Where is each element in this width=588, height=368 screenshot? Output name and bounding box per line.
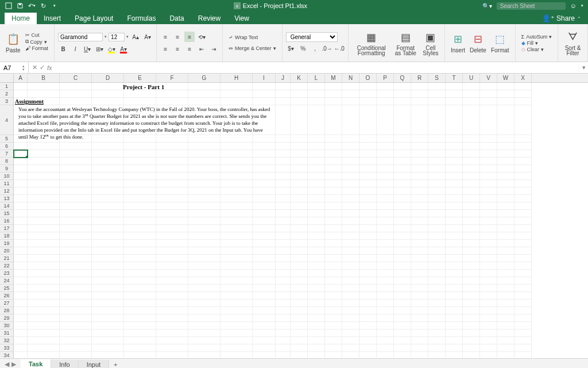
- row-header[interactable]: 10: [0, 172, 14, 180]
- cell[interactable]: [463, 158, 480, 165]
- cell[interactable]: [428, 232, 446, 240]
- cell[interactable]: [253, 352, 276, 358]
- cell[interactable]: [325, 315, 342, 322]
- cell[interactable]: [156, 240, 188, 247]
- comma-icon[interactable]: ,: [310, 44, 320, 54]
- cell[interactable]: [92, 329, 124, 337]
- tab-insert[interactable]: Insert: [37, 13, 68, 24]
- cell[interactable]: [446, 315, 463, 322]
- cell[interactable]: [325, 225, 342, 232]
- wrap-text-button[interactable]: ⤶Wrap Text: [229, 34, 276, 40]
- cell[interactable]: [377, 105, 394, 135]
- cell[interactable]: [325, 158, 342, 165]
- cell[interactable]: [514, 195, 532, 202]
- cell[interactable]: [411, 143, 428, 150]
- cell[interactable]: [14, 247, 28, 255]
- cell[interactable]: [156, 329, 188, 337]
- cell[interactable]: [28, 150, 60, 158]
- cell[interactable]: [60, 83, 92, 90]
- expand-formula-bar-icon[interactable]: ▾: [579, 64, 588, 71]
- cell[interactable]: [291, 135, 308, 143]
- conditional-formatting-button[interactable]: ▦Conditional Formatting: [352, 25, 391, 60]
- align-top-icon[interactable]: ≡: [160, 32, 171, 42]
- cell[interactable]: [291, 143, 308, 150]
- cell[interactable]: [411, 344, 428, 352]
- cell[interactable]: [514, 337, 532, 344]
- cell[interactable]: [394, 150, 411, 158]
- cell[interactable]: [446, 105, 463, 135]
- cell[interactable]: [308, 232, 325, 240]
- cell[interactable]: [308, 344, 325, 352]
- cell[interactable]: [188, 255, 220, 262]
- cell[interactable]: [253, 195, 276, 202]
- cell[interactable]: [497, 217, 514, 225]
- cell[interactable]: [394, 270, 411, 277]
- cell[interactable]: [394, 277, 411, 285]
- cell[interactable]: [156, 195, 188, 202]
- tab-review[interactable]: Review: [191, 13, 227, 24]
- cell[interactable]: [308, 322, 325, 329]
- cell[interactable]: [156, 180, 188, 187]
- cell[interactable]: [156, 217, 188, 225]
- cell[interactable]: [342, 262, 359, 270]
- cell[interactable]: [156, 322, 188, 329]
- cell[interactable]: [359, 172, 377, 180]
- cell[interactable]: [394, 352, 411, 358]
- cell[interactable]: [308, 352, 325, 358]
- undo-icon[interactable]: ↶▾: [28, 2, 36, 10]
- cell[interactable]: [325, 322, 342, 329]
- row-header[interactable]: 7: [0, 150, 14, 158]
- cell[interactable]: [60, 187, 92, 195]
- cell[interactable]: [188, 329, 220, 337]
- cell[interactable]: [377, 172, 394, 180]
- cell[interactable]: [514, 210, 532, 217]
- cell[interactable]: [156, 262, 188, 270]
- cell[interactable]: [14, 270, 28, 277]
- cell[interactable]: [188, 285, 220, 292]
- cell[interactable]: [308, 217, 325, 225]
- cell[interactable]: [325, 210, 342, 217]
- cell[interactable]: [28, 143, 60, 150]
- cell[interactable]: [156, 292, 188, 300]
- cell[interactable]: [497, 247, 514, 255]
- redo-icon[interactable]: ↻: [39, 2, 47, 10]
- cell[interactable]: [253, 337, 276, 344]
- cell[interactable]: [92, 180, 124, 187]
- cell[interactable]: [514, 247, 532, 255]
- cell[interactable]: [514, 277, 532, 285]
- cell[interactable]: [377, 158, 394, 165]
- cell[interactable]: [342, 232, 359, 240]
- cell[interactable]: [291, 165, 308, 172]
- cell[interactable]: [446, 232, 463, 240]
- cell[interactable]: [446, 307, 463, 315]
- cell[interactable]: [480, 232, 497, 240]
- cell[interactable]: [220, 143, 253, 150]
- cell[interactable]: [480, 277, 497, 285]
- cell[interactable]: [394, 165, 411, 172]
- cell[interactable]: [394, 143, 411, 150]
- cell[interactable]: [446, 292, 463, 300]
- cell[interactable]: [514, 135, 532, 143]
- cell[interactable]: [342, 240, 359, 247]
- cell[interactable]: [428, 270, 446, 277]
- cell[interactable]: [253, 83, 276, 90]
- cell[interactable]: [480, 247, 497, 255]
- cell[interactable]: [291, 202, 308, 210]
- cell[interactable]: [291, 210, 308, 217]
- cell[interactable]: [28, 255, 60, 262]
- cell[interactable]: [291, 277, 308, 285]
- fill-color-button[interactable]: ◇▾: [106, 44, 117, 54]
- row-header[interactable]: 26: [0, 292, 14, 300]
- cell[interactable]: [428, 285, 446, 292]
- cell[interactable]: [308, 337, 325, 344]
- cell[interactable]: [28, 285, 60, 292]
- select-all-corner[interactable]: [0, 74, 14, 82]
- cell[interactable]: [92, 98, 124, 105]
- cell[interactable]: [428, 90, 446, 98]
- cell[interactable]: [394, 262, 411, 270]
- cell[interactable]: [253, 90, 276, 98]
- cell[interactable]: [411, 240, 428, 247]
- cell[interactable]: [220, 90, 253, 98]
- cell[interactable]: [428, 135, 446, 143]
- cell[interactable]: [514, 352, 532, 358]
